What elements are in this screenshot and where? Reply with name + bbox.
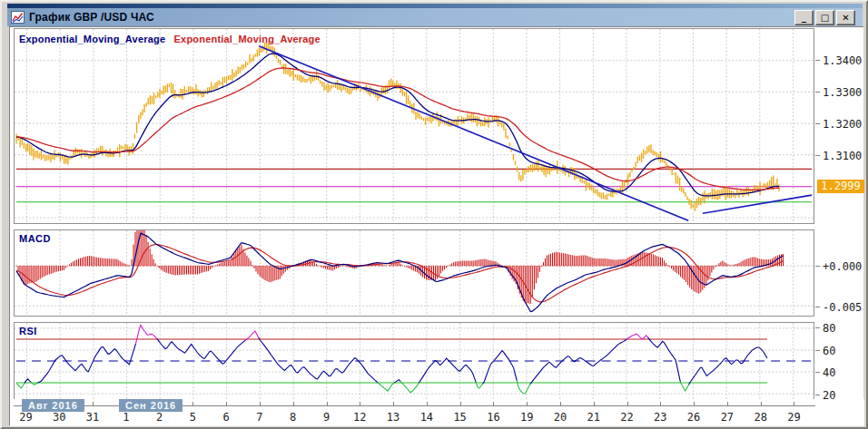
x-date-label: 12 — [347, 411, 372, 424]
y-axis-tick-label: -0.005 — [823, 301, 868, 313]
y-axis-tick — [815, 155, 820, 156]
y-axis-tick — [815, 395, 820, 395]
x-axis-tick — [694, 402, 695, 406]
x-date-label: 28 — [748, 411, 774, 424]
x-axis-tick — [727, 402, 728, 406]
y-axis-tick-label: +0.000 — [823, 260, 868, 272]
chart-window: График GBP /USD ЧАС _ □ ✕ Exponential_Mo… — [0, 0, 868, 429]
rsi-chart-svg[interactable] — [15, 323, 814, 399]
current-price-tag: 1.2999 — [817, 180, 864, 193]
y-axis-tick-label: 1.3300 — [823, 86, 868, 98]
x-date-label: 22 — [615, 411, 640, 424]
y-axis-tick-label: 1.3200 — [823, 118, 868, 130]
x-date-label: 8 — [281, 411, 306, 424]
y-axis-tick — [815, 372, 820, 373]
x-axis-tick — [794, 402, 794, 406]
x-axis-tick — [594, 402, 595, 406]
x-date-label: 30 — [46, 411, 72, 424]
y-axis-tick — [815, 307, 820, 307]
x-date-label: 13 — [380, 411, 406, 424]
macd-pane: MACD — [14, 229, 814, 317]
macd-chart-svg[interactable] — [15, 230, 814, 316]
x-axis-tick — [627, 402, 628, 406]
x-date-label: 6 — [213, 411, 239, 424]
x-date-label: 23 — [647, 411, 673, 424]
maximize-button[interactable]: □ — [815, 10, 834, 25]
x-date-label: 5 — [180, 411, 205, 424]
chart-icon[interactable] — [11, 11, 25, 24]
x-axis-tick — [327, 402, 328, 406]
indicator-labels: Exponential_Moving_Average Exponential_M… — [19, 34, 326, 44]
y-axis-tick-label: 80 — [823, 322, 868, 334]
price-chart-svg[interactable] — [15, 29, 814, 223]
x-date-label: 9 — [314, 411, 340, 424]
x-date-label: 29 — [14, 411, 39, 424]
x-date-label: 16 — [480, 411, 506, 424]
x-date-label: 31 — [80, 411, 105, 424]
month-badge-aug: Авг 2016 — [22, 399, 84, 412]
y-axis-tick-label: 1.3400 — [823, 54, 868, 66]
y-axis-tick — [815, 92, 820, 93]
month-badge-sep: Сен 2016 — [119, 399, 182, 412]
x-axis: Авг 2016 Сен 2016 2930311256789121314151… — [10, 399, 864, 426]
y-axis-tick-label: 60 — [823, 345, 868, 356]
x-date-label: 14 — [414, 411, 439, 424]
x-date-label: 15 — [448, 411, 473, 424]
x-axis-tick — [192, 402, 193, 406]
x-axis-tick — [493, 402, 494, 406]
close-button[interactable]: ✕ — [836, 10, 855, 25]
x-date-label: 19 — [514, 411, 539, 424]
x-date-label: 1 — [113, 411, 139, 424]
window-title: График GBP /USD ЧАС — [29, 11, 154, 24]
y-axis-tick-label: 1.3100 — [823, 150, 868, 161]
price-pane: Exponential_Moving_Average Exponential_M… — [14, 28, 814, 224]
window-controls: _ □ ✕ — [794, 10, 855, 25]
y-axis-tick — [815, 327, 820, 328]
y-axis-tick — [815, 123, 820, 124]
x-axis-tick — [360, 402, 360, 406]
y-axis-tick-label: 40 — [823, 366, 868, 378]
x-axis-tick — [226, 402, 227, 406]
x-axis-tick — [527, 402, 528, 406]
minimize-button[interactable]: _ — [794, 10, 814, 25]
rsi-pane: RSI — [14, 322, 814, 400]
x-date-label: 26 — [681, 411, 706, 424]
y-axis-tick — [815, 266, 820, 267]
x-date-label: 7 — [247, 411, 272, 424]
rsi-label: RSI — [19, 326, 37, 336]
x-axis-tick — [393, 402, 394, 406]
x-axis-tick — [93, 402, 94, 406]
x-date-label: 27 — [715, 411, 740, 424]
ema-slow-label: Exponential_Moving_Average — [174, 34, 321, 44]
x-axis-tick — [460, 402, 461, 406]
x-date-label: 20 — [547, 411, 573, 424]
x-axis-tick — [560, 402, 561, 406]
x-date-label: 2 — [147, 411, 173, 424]
x-axis-tick — [427, 402, 428, 406]
client-area: Exponential_Moving_Average Exponential_M… — [9, 26, 863, 425]
x-axis-tick — [293, 402, 294, 406]
x-date-label: 21 — [581, 411, 607, 424]
y-axis-tick — [815, 60, 820, 61]
x-date-label: 29 — [781, 411, 806, 424]
x-axis-tick — [660, 402, 661, 406]
x-axis-tick — [260, 402, 261, 406]
titlebar[interactable]: График GBP /USD ЧАС _ □ ✕ — [7, 8, 863, 26]
x-axis-tick — [761, 402, 762, 406]
macd-label: MACD — [19, 233, 51, 244]
y-axis-tick — [815, 350, 820, 351]
ema-fast-label: Exponential_Moving_Average — [19, 34, 165, 44]
